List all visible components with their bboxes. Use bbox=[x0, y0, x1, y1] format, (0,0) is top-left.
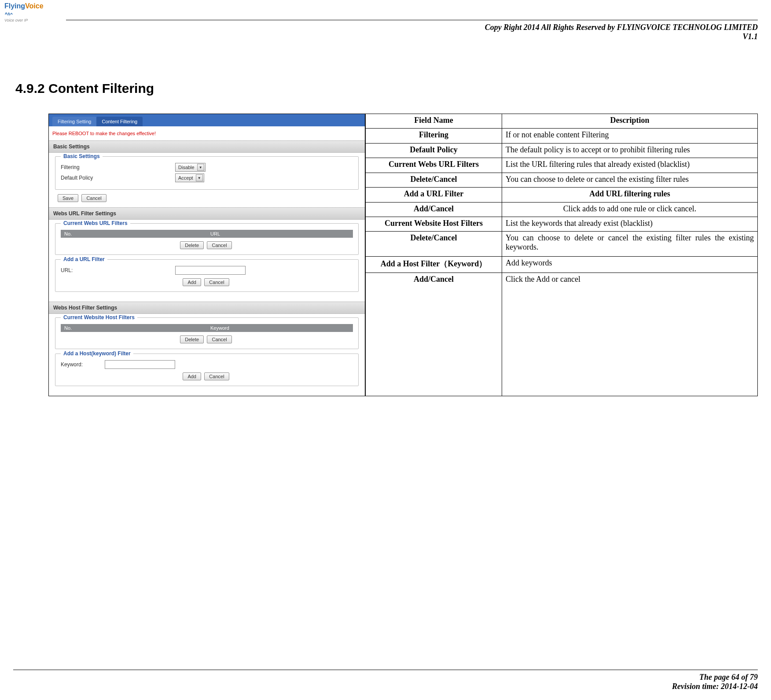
section-heading: 4.9.2 Content Filtering bbox=[15, 81, 758, 96]
panel-basic-title: Basic Settings bbox=[49, 140, 365, 153]
th-desc: Description bbox=[502, 114, 758, 129]
table-row: Add/CancelClick the Add or cancel bbox=[366, 273, 758, 396]
chevron-down-icon: ▼ bbox=[196, 174, 203, 181]
tab-content-filtering[interactable]: Content Filtering bbox=[96, 117, 143, 126]
table-row: Current Website Host FiltersList the key… bbox=[366, 217, 758, 231]
header-divider bbox=[66, 20, 758, 20]
url-input[interactable] bbox=[175, 266, 246, 275]
add-button[interactable]: Add bbox=[183, 278, 201, 286]
logo-text-2: Voice bbox=[25, 2, 44, 10]
logo-text-1: Flying bbox=[4, 2, 25, 10]
tab-bar: Filtering Setting Content Filtering bbox=[49, 114, 365, 126]
table-row: Delete/CancelYou can choose to delete or… bbox=[366, 173, 758, 187]
page-number: The page 64 of 79 bbox=[13, 673, 758, 682]
fieldset-current-host: Current Website Host Filters No. Keyword… bbox=[55, 317, 359, 349]
panel-host-title: Webs Host Filter Settings bbox=[49, 302, 365, 314]
wave-icon bbox=[4, 10, 13, 16]
col-no: No. bbox=[61, 324, 207, 332]
table-row: Add a Host Filter（Keyword）Add keywords bbox=[366, 257, 758, 273]
cancel-button[interactable]: Cancel bbox=[207, 335, 231, 343]
select-filtering[interactable]: Disable▼ bbox=[175, 163, 206, 172]
section-title: Content Filtering bbox=[48, 81, 154, 96]
delete-button[interactable]: Delete bbox=[180, 335, 204, 343]
logo-tagline: Voice over IP bbox=[4, 18, 48, 22]
keyword-input[interactable] bbox=[105, 360, 175, 369]
select-default-policy[interactable]: Accept▼ bbox=[175, 173, 204, 182]
col-keyword: Keyword bbox=[207, 324, 353, 332]
legend-current-url: Current Webs URL Filters bbox=[61, 220, 130, 226]
table-row: FilteringIf or not enable content Filter… bbox=[366, 129, 758, 143]
brand-logo: FlyingVoice Voice over IP bbox=[4, 2, 48, 29]
version-text: V1.1 bbox=[13, 32, 758, 41]
cancel-button[interactable]: Cancel bbox=[204, 372, 229, 380]
label-url: URL: bbox=[61, 267, 175, 273]
ui-screenshot-pane: Filtering Setting Content Filtering Plea… bbox=[48, 114, 365, 396]
panel-url-title: Webs URL Filter Settings bbox=[49, 207, 365, 220]
reboot-notice: Please REBOOT to make the changes effect… bbox=[49, 126, 365, 140]
chevron-down-icon: ▼ bbox=[197, 164, 204, 171]
table-row: Add a URL FilterAdd URL filtering rules bbox=[366, 188, 758, 202]
description-table: Field Name Description FilteringIf or no… bbox=[365, 114, 758, 396]
page-footer: The page 64 of 79 Revision time: 2014-12… bbox=[13, 670, 758, 691]
fieldset-basic: Basic Settings Filtering Disable▼ Defaul… bbox=[55, 156, 359, 190]
fieldset-add-host: Add a Host(keyword) Filter Keyword: Add … bbox=[55, 354, 359, 386]
delete-button[interactable]: Delete bbox=[180, 241, 204, 249]
copyright-text: Copy Right 2014 All Rights Reserved by F… bbox=[13, 23, 758, 32]
cancel-button[interactable]: Cancel bbox=[207, 241, 231, 249]
legend-basic: Basic Settings bbox=[61, 153, 103, 159]
add-button[interactable]: Add bbox=[183, 372, 201, 380]
section-number: 4.9.2 bbox=[15, 81, 45, 96]
tab-filtering-setting[interactable]: Filtering Setting bbox=[52, 117, 96, 126]
col-url: URL bbox=[207, 230, 353, 238]
fieldset-current-url: Current Webs URL Filters No. URL Delete … bbox=[55, 223, 359, 255]
legend-add-url: Add a URL Filter bbox=[61, 256, 107, 262]
col-no: No. bbox=[61, 230, 207, 238]
cancel-button[interactable]: Cancel bbox=[204, 278, 229, 286]
cancel-button[interactable]: Cancel bbox=[81, 194, 106, 202]
th-field: Field Name bbox=[366, 114, 502, 129]
revision-time: Revision time: 2014-12-04 bbox=[13, 682, 758, 691]
table-row: Delete/CancelYou can choose to delete or… bbox=[366, 232, 758, 257]
label-default-policy: Default Policy bbox=[61, 175, 175, 181]
label-keyword: Keyword: bbox=[61, 361, 105, 368]
label-filtering: Filtering bbox=[61, 164, 175, 170]
table-row: Add/CancelClick adds to add one rule or … bbox=[366, 202, 758, 217]
fieldset-add-url: Add a URL Filter URL: Add Cancel bbox=[55, 259, 359, 292]
save-button[interactable]: Save bbox=[58, 194, 78, 202]
legend-current-host: Current Website Host Filters bbox=[61, 314, 137, 321]
table-row: Default PolicyThe default policy is to a… bbox=[366, 143, 758, 158]
legend-add-host: Add a Host(keyword) Filter bbox=[61, 350, 133, 357]
table-row: Current Webs URL FiltersList the URL fil… bbox=[366, 158, 758, 173]
